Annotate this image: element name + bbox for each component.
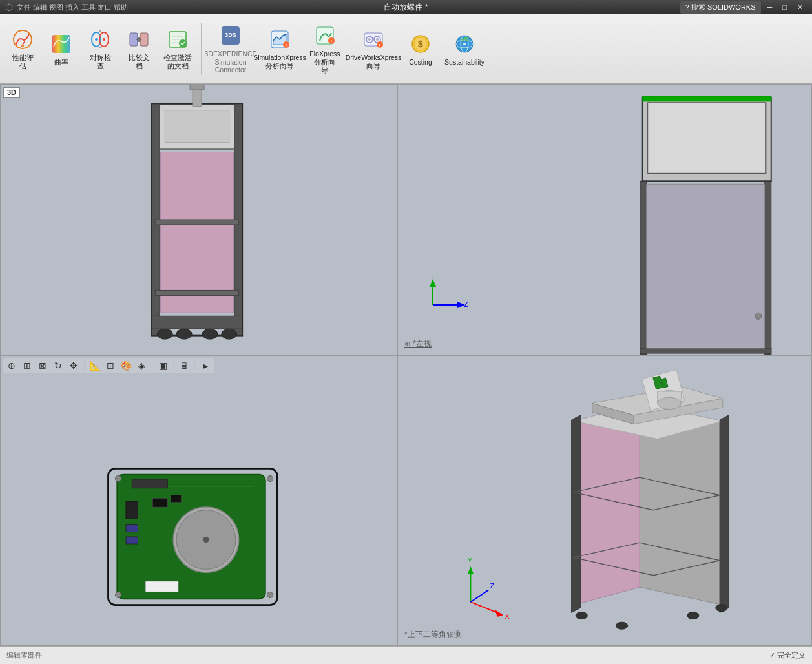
svg-point-49 <box>157 329 172 339</box>
svg-marker-88 <box>574 403 640 605</box>
status-text: 编辑零部件 <box>6 650 42 660</box>
svg-text:!: ! <box>286 43 287 48</box>
svg-point-32 <box>376 38 379 41</box>
toolbar-sep-1 <box>201 23 202 75</box>
check-active-label: 检查激活的文档 <box>163 54 192 70</box>
svg-text:$: $ <box>418 39 423 49</box>
svg-point-84 <box>116 592 121 597</box>
3dexperience-button[interactable]: 3DS 3DEXPERIENCESimulationConnector <box>206 20 255 78</box>
driveworks-label: DriveWorksXpress向导 <box>346 54 402 70</box>
costing-label: Costing <box>409 58 432 67</box>
mini-rotate-icon[interactable]: ↻ <box>52 360 64 371</box>
mini-measure-icon[interactable]: 📐 <box>89 360 101 371</box>
mini-scene-icon[interactable]: ◈ <box>136 360 147 371</box>
svg-rect-75 <box>126 525 138 532</box>
viewport-top-left[interactable]: 3D <box>0 84 397 355</box>
floxpress-button[interactable]: ! FloXpress分析向导 <box>304 20 346 78</box>
svg-point-95 <box>716 605 727 612</box>
svg-line-2 <box>23 41 25 45</box>
driveworks-button[interactable]: ! DriveWorksXpress向导 <box>347 20 400 78</box>
svg-point-85 <box>267 592 273 597</box>
svg-point-82 <box>116 475 121 481</box>
svg-marker-90 <box>572 415 581 613</box>
help-search[interactable]: ? 搜索 SOLIDWORKS <box>680 1 761 14</box>
close-btn[interactable]: ✕ <box>793 2 807 13</box>
toolbar-group-tools: 性能评估 曲率 <box>3 14 198 83</box>
svg-rect-64 <box>640 348 771 353</box>
svg-point-41 <box>463 43 466 45</box>
svg-text:!: ! <box>331 39 332 44</box>
minimize-btn[interactable]: ─ <box>764 2 776 12</box>
title-left: ⬡ 文件 编辑 视图 插入 工具 窗口 帮助 <box>5 2 128 12</box>
svg-rect-74 <box>126 501 138 519</box>
costing-icon: $ <box>408 32 433 56</box>
svg-point-1 <box>21 45 24 47</box>
perf-eval-button[interactable]: 性能评估 <box>4 20 41 78</box>
3dexperience-label: 3DEXPERIENCESimulationConnector <box>204 50 256 74</box>
curvature-button[interactable]: 曲率 <box>43 20 80 78</box>
mini-display-icon[interactable]: ▣ <box>157 360 169 371</box>
svg-rect-45 <box>160 152 233 313</box>
perf-eval-icon <box>10 27 35 52</box>
svg-text:3DS: 3DS <box>225 32 236 38</box>
svg-text:Y: Y <box>468 557 472 565</box>
svg-rect-62 <box>640 181 647 355</box>
svg-rect-60 <box>648 103 766 173</box>
check-active-button[interactable]: 检查激活的文档 <box>159 20 196 78</box>
mini-zoom-area-icon[interactable]: ⊞ <box>21 360 33 371</box>
svg-marker-91 <box>720 415 729 613</box>
svg-rect-55 <box>193 87 202 107</box>
badge-3d: 3D <box>3 87 20 98</box>
check-active-icon <box>165 27 190 52</box>
iso-view-link[interactable]: *上下二等角轴测 <box>404 630 462 639</box>
viewport-bottom-left[interactable]: ⊕ ⊞ ⊠ ↻ ✥ | 📐 ⊡ 🎨 ◈ | ▣ | 🖥 | ▸ <box>0 355 397 646</box>
svg-rect-56 <box>190 85 204 90</box>
compare-label: 比较文档 <box>129 54 150 70</box>
svg-point-83 <box>267 475 273 481</box>
toolbar-group-analysis: 3DS 3DEXPERIENCESimulationConnector ! Si… <box>205 14 489 83</box>
svg-rect-77 <box>132 479 167 488</box>
svg-rect-54 <box>155 290 238 295</box>
mini-monitor-icon[interactable]: 🖥 <box>178 360 190 371</box>
simxpress-button[interactable]: ! SimulationXpress分析向导 <box>256 20 303 78</box>
svg-rect-57 <box>165 110 229 143</box>
symmetry-button[interactable]: 对称检查 <box>81 20 119 78</box>
title-bar: ⬡ 文件 编辑 视图 插入 工具 窗口 帮助 自动放螺件 * ? 搜索 SOLI… <box>0 0 812 14</box>
svg-rect-78 <box>152 498 167 507</box>
sustainability-button[interactable]: Sustainability <box>441 20 488 78</box>
viewport-bottom-right[interactable]: Y X Z *上下二等角轴测 <box>397 355 812 646</box>
viewport-top-right[interactable]: ⊕ *左视 <box>397 84 812 355</box>
svg-point-73 <box>203 537 209 543</box>
svg-rect-65 <box>647 184 765 348</box>
restore-btn[interactable]: □ <box>778 2 791 12</box>
menu-items: 文件 编辑 视图 插入 工具 窗口 帮助 <box>17 3 128 12</box>
costing-button[interactable]: $ Costing <box>401 20 440 78</box>
mini-more-icon[interactable]: ▸ <box>200 360 212 371</box>
mini-color-icon[interactable]: 🎨 <box>120 360 132 371</box>
svg-point-94 <box>687 612 699 619</box>
svg-rect-61 <box>643 96 771 101</box>
svg-text:Z: Z <box>490 583 494 590</box>
floxpress-label: FloXpress分析向导 <box>309 50 340 74</box>
mini-zoomfit-icon[interactable]: ⊠ <box>37 360 48 371</box>
left-view-link[interactable]: ⊕ *左视 <box>404 339 432 348</box>
svg-point-51 <box>202 329 218 339</box>
mini-section-icon[interactable]: ⊡ <box>105 360 116 371</box>
mini-pan-icon[interactable]: ✥ <box>68 360 79 371</box>
mini-move-icon[interactable]: ⊕ <box>6 360 17 371</box>
status-edit: 编辑零部件 <box>6 651 42 659</box>
svg-point-52 <box>222 329 237 339</box>
window-title: 自动放螺件 * <box>384 2 428 13</box>
3dexperience-icon: 3DS <box>218 23 243 48</box>
iso-view-label: *上下二等角轴测 <box>404 629 462 640</box>
perf-eval-label: 性能评估 <box>12 54 34 70</box>
compare-button[interactable]: 比较文档 <box>120 20 158 78</box>
svg-point-31 <box>368 38 371 41</box>
toolbar: 性能评估 曲率 <box>0 14 812 84</box>
svg-point-50 <box>176 329 192 339</box>
app-icon: ⬡ <box>5 2 13 12</box>
svg-text:X: X <box>505 613 510 620</box>
simxpress-icon: ! <box>267 27 292 52</box>
svg-rect-48 <box>152 316 242 329</box>
svg-rect-76 <box>126 537 138 544</box>
